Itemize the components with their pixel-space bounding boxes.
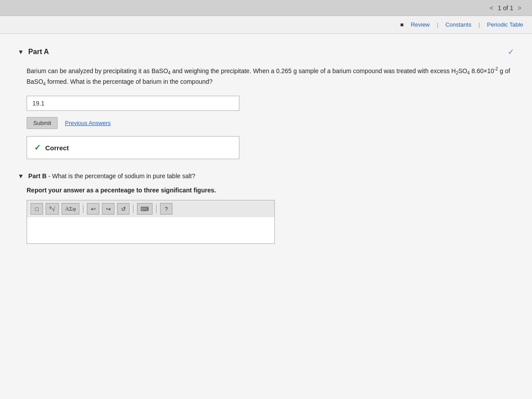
separator-2: | bbox=[478, 21, 480, 28]
part-a-collapse-arrow[interactable]: ▼ bbox=[18, 48, 24, 55]
help-button[interactable]: ? bbox=[160, 203, 172, 215]
radical-button[interactable]: ⁹√ bbox=[46, 203, 59, 215]
top-bar: < 1 of 1 > bbox=[0, 0, 532, 16]
submit-button[interactable]: Submit bbox=[27, 117, 58, 129]
next-page-button[interactable]: > bbox=[516, 4, 523, 12]
prev-page-button[interactable]: < bbox=[488, 4, 495, 12]
checkbox-icon: □ bbox=[35, 206, 39, 212]
pagination: < 1 of 1 > bbox=[488, 4, 523, 12]
toolbar-bar: ■ Review | Constants | Periodic Table bbox=[0, 16, 532, 34]
periodic-table-link[interactable]: Periodic Table bbox=[487, 21, 523, 28]
undo-button[interactable]: ↩ bbox=[87, 203, 99, 215]
part-a-question-text: Barium can be analyzed by precipitating … bbox=[27, 66, 514, 88]
part-a-label: Part A bbox=[28, 48, 49, 56]
part-a-checkmark: ✓ bbox=[508, 47, 514, 57]
editor-separator-1 bbox=[83, 204, 83, 213]
undo-icon: ↩ bbox=[91, 206, 96, 212]
part-a-answer-input[interactable] bbox=[27, 96, 239, 111]
redo-icon: ↪ bbox=[106, 206, 111, 212]
part-b-collapse-arrow[interactable]: ▼ bbox=[18, 172, 24, 180]
checkbox-button[interactable]: □ bbox=[31, 203, 43, 215]
review-link[interactable]: Review bbox=[411, 21, 430, 28]
keyboard-button[interactable]: ⌨ bbox=[137, 203, 153, 215]
part-b-label: Part B - What is the percentage of sodiu… bbox=[28, 172, 196, 180]
keyboard-icon: ⌨ bbox=[141, 206, 149, 212]
part-a-header: ▼ Part A ✓ bbox=[18, 47, 514, 57]
part-b-section: ▼ Part B - What is the percentage of sod… bbox=[18, 172, 514, 246]
part-a-submit-row: Submit Previous Answers bbox=[27, 117, 514, 129]
editor-separator-2 bbox=[133, 204, 133, 213]
part-b-header: ▼ Part B - What is the percentage of sod… bbox=[18, 172, 514, 180]
editor-toolbar: □ ⁹√ ΑΣφ ↩ ↪ ↺ ⌨ ? bbox=[27, 200, 275, 217]
correct-label: Correct bbox=[45, 144, 69, 152]
separator-1: | bbox=[437, 21, 438, 28]
sigma-icon: ΑΣφ bbox=[65, 205, 76, 212]
correct-box: ✓ Correct bbox=[27, 136, 239, 159]
main-content: ▼ Part A ✓ Barium can be analyzed by pre… bbox=[0, 34, 532, 399]
previous-answers-link[interactable]: Previous Answers bbox=[65, 120, 110, 126]
page-indicator: 1 of 1 bbox=[498, 4, 513, 12]
constants-link[interactable]: Constants bbox=[446, 21, 472, 28]
editor-separator-3 bbox=[156, 204, 156, 213]
help-icon: ? bbox=[165, 206, 168, 212]
part-a-answer-box bbox=[27, 96, 514, 111]
refresh-button[interactable]: ↺ bbox=[117, 203, 129, 215]
redo-button[interactable]: ↪ bbox=[102, 203, 114, 215]
sigma-button[interactable]: ΑΣφ bbox=[62, 203, 79, 215]
report-instruction: Report your answer as a pecenteage to th… bbox=[27, 187, 514, 194]
radical-icon: ⁹√ bbox=[49, 205, 55, 213]
part-b-answer-input[interactable] bbox=[27, 217, 275, 244]
correct-checkmark-icon: ✓ bbox=[34, 143, 41, 153]
review-icon: ■ bbox=[400, 21, 404, 28]
refresh-icon: ↺ bbox=[121, 206, 126, 212]
